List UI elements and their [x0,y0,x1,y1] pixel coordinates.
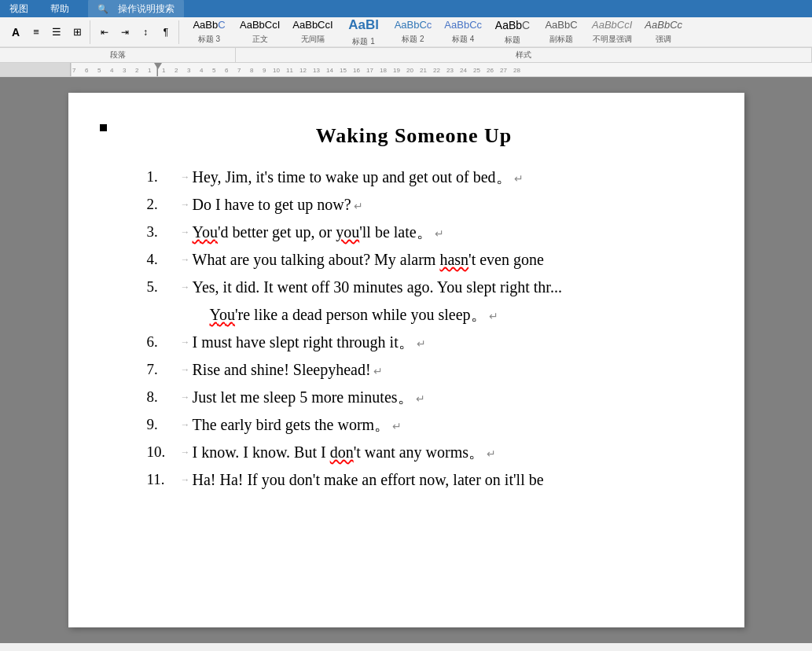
svg-text:1: 1 [162,67,166,74]
search-icon: 🔍 [94,2,112,16]
svg-text:2: 2 [175,67,178,74]
style-item-zhengwen[interactable]: AaBbCcI 正文 [234,17,285,47]
style-item-qiangdiao[interactable]: AaBbCc 强调 [639,17,688,47]
item-arrow-9: → [181,417,190,433]
section-styles: 样式 [236,48,812,62]
svg-text:15: 15 [340,67,347,74]
svg-text:4: 4 [200,67,204,74]
svg-text:25: 25 [473,67,480,74]
list-btn-1[interactable]: ≡ [27,23,46,42]
item-num-10: 10. [147,439,178,466]
item-text-5b: You're like a dead person while you slee… [147,301,682,329]
style-label-zhengwen: 正文 [252,34,268,45]
svg-text:11: 11 [286,67,293,74]
svg-text:14: 14 [326,67,333,74]
list-item: 5. → Yes, it did. It went off 30 minutes… [147,274,682,329]
style-label-biaoti: 标题 [505,35,520,46]
style-preview-wujiangebiao: AaBbCcI [292,19,333,32]
item-arrow-6: → [181,334,190,351]
list-btn-3[interactable]: ⊞ [68,23,86,42]
ruler-svg: 7 6 5 4 3 2 1 1 2 3 4 5 6 7 8 9 10 11 12… [71,63,778,77]
style-item-1[interactable]: AaBl 标题 1 [340,14,388,49]
svg-text:13: 13 [313,67,320,74]
styles-section: AaBbC 标题 3 AaBbCcI 正文 AaBbCcI 无间隔 AaBl 标… [181,14,809,49]
style-label-4: 标题 4 [452,34,474,45]
style-item-budmxianqiang[interactable]: AaBbCcI 不明显强调 [586,17,637,47]
svg-text:22: 22 [433,67,440,74]
style-preview-3: AaBbC [193,19,225,32]
svg-text:8: 8 [250,67,254,74]
style-preview-2a: AaBbCc [395,19,432,32]
font-icon[interactable]: A [6,23,25,42]
svg-text:10: 10 [273,67,280,74]
style-item-wujiangebiao[interactable]: AaBbCcI 无间隔 [287,17,338,47]
item-num-9: 9. [147,411,178,439]
item-arrow-4: → [181,252,190,268]
style-preview-qiangdiao: AaBbCc [645,19,682,32]
svg-text:26: 26 [487,67,494,74]
list-item: 6. → I must have slept right through it。… [147,329,682,356]
svg-text:21: 21 [420,67,427,74]
svg-text:5: 5 [212,67,216,74]
style-item-biaoti[interactable]: AaBbC 标题 [489,16,536,47]
svg-text:23: 23 [446,67,454,74]
menu-help[interactable]: 帮助 [47,1,72,17]
item-num-5: 5. [147,274,178,301]
item-num-6: 6. [147,329,178,356]
svg-text:3: 3 [187,67,191,74]
item-text-10: I know. I know. But I don't want any wor… [193,439,682,466]
increase-indent[interactable]: ⇥ [116,23,134,42]
style-preview-4: AaBbCc [444,19,482,32]
style-preview-zhengwen: AaBbCcI [240,19,280,32]
para-mark-btn[interactable]: ¶ [156,23,175,42]
style-item-4[interactable]: AaBbCc 标题 4 [439,17,487,47]
svg-text:3: 3 [123,67,127,74]
bullet-marker [100,124,107,131]
style-preview-budmxianqiang: AaBbCcI [592,19,632,32]
list-item: 3. → You'd better get up, or you'll be l… [147,219,682,246]
item-arrow-8: → [181,389,190,406]
style-label-budmxianqiang: 不明显强调 [593,34,632,45]
item-num-1: 1. [147,164,178,191]
style-preview-1: AaBl [348,17,379,34]
item-num-4: 4. [147,246,178,274]
item-text-1: Hey, Jim, it's time to wake up and get o… [193,164,682,191]
list-btn-2[interactable]: ☰ [47,23,66,42]
toolbar-row-1: A ≡ ☰ ⊞ ⇤ ⇥ ↕ ¶ AaBbC 标题 3 AaBbCcI 正文 Aa… [0,17,812,47]
svg-text:28: 28 [513,67,520,74]
menu-view[interactable]: 视图 [6,1,31,17]
decrease-indent[interactable]: ⇤ [95,23,114,42]
item-text-9: The early bird gets the worm。↵ [193,411,682,439]
ribbon-sections: 段落 样式 [0,47,812,62]
svg-text:2: 2 [135,67,139,74]
list-item: 4. → What are you talking about? My alar… [147,246,682,274]
list-item: 10. → I know. I know. But I don't want a… [147,439,682,466]
sort-btn[interactable]: ↕ [136,23,155,42]
style-preview-fubiaoti: AaBbC [545,19,577,32]
svg-text:20: 20 [406,67,413,74]
ribbon: A ≡ ☰ ⊞ ⇤ ⇥ ↕ ¶ AaBbC 标题 3 AaBbCcI 正文 Aa… [0,17,812,63]
search-box[interactable]: 🔍 操作说明搜索 [88,0,184,19]
item-arrow-1: → [181,169,190,186]
item-text-11: Ha! Ha! If you don't make an effort now,… [193,466,682,494]
style-label-fubiaoti: 副标题 [549,34,573,45]
item-text-6: I must have slept right through it。↵ [193,329,682,356]
item-text-3: You'd better get up, or you'll be late。↵ [193,219,682,246]
section-paragraph: 段落 [0,48,236,62]
list-item: 2. → Do I have to get up now?↵ [147,191,682,219]
item-num-2: 2. [147,191,178,219]
style-item-fubiaoti[interactable]: AaBbC 副标题 [538,17,585,47]
style-label-2a: 标题 2 [402,34,424,45]
page: Waking Someone Up 1. → Hey, Jim, it's ti… [68,93,744,627]
style-label-3: 标题 3 [198,34,220,45]
svg-text:19: 19 [393,67,400,74]
style-item-2a[interactable]: AaBbCc 标题 2 [389,17,438,47]
item-arrow-2: → [181,197,190,213]
list-item: 7. → Rise and shine! Sleepyhead!↵ [147,356,682,384]
item-text-8: Just let me sleep 5 more minutes。↵ [193,384,682,411]
toolbar-group-indent: ⇤ ⇥ ↕ ¶ [92,20,179,44]
item-arrow-10: → [181,444,190,461]
toolbar-group-font: A ≡ ☰ ⊞ [3,20,90,44]
style-item-3[interactable]: AaBbC 标题 3 [186,17,233,47]
doc-title: Waking Someone Up [147,124,682,148]
